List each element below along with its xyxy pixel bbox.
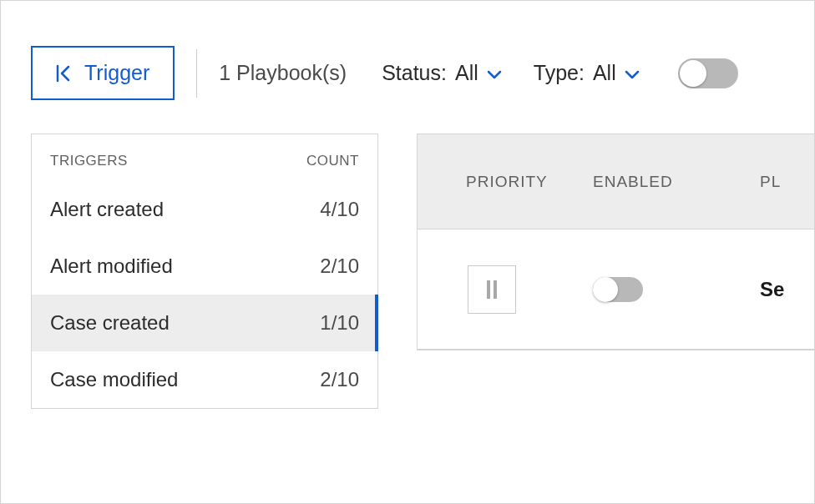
column-header-priority: PRIORITY	[418, 173, 593, 191]
playbook-count: 1 Playbook(s)	[219, 61, 347, 85]
triggers-header-count: COUNT	[306, 153, 359, 169]
type-filter[interactable]: Type: All	[534, 61, 640, 85]
chevron-down-icon	[625, 61, 640, 85]
main-toggle[interactable]	[678, 58, 738, 88]
trigger-row-name: Case created	[50, 311, 170, 335]
status-filter-value: All	[455, 61, 478, 85]
toolbar: Trigger 1 Playbook(s) Status: All Type: …	[1, 1, 814, 100]
trigger-row[interactable]: Case modified 2/10	[32, 351, 377, 408]
trigger-row[interactable]: Alert modified 2/10	[32, 238, 377, 295]
chevron-down-icon	[487, 61, 502, 85]
column-header-enabled: ENABLED	[593, 173, 752, 191]
trigger-row[interactable]: Case created 1/10	[32, 295, 377, 351]
playbook-table: PRIORITY ENABLED PL Se	[417, 134, 814, 350]
status-filter-label: Status:	[382, 61, 447, 85]
type-filter-label: Type:	[534, 61, 585, 85]
triggers-panel-header: TRIGGERS COUNT	[32, 134, 377, 181]
drag-handle-icon[interactable]	[468, 265, 516, 314]
content-area: TRIGGERS COUNT Alert created 4/10 Alert …	[1, 100, 814, 409]
toolbar-divider	[196, 49, 197, 98]
row-enabled-toggle[interactable]	[593, 277, 643, 302]
trigger-row[interactable]: Alert created 4/10	[32, 181, 377, 238]
cell-enabled	[593, 277, 752, 302]
toggle-knob	[680, 60, 706, 87]
svg-rect-1	[494, 280, 497, 299]
trigger-row-name: Case modified	[50, 368, 178, 391]
triggers-header-label: TRIGGERS	[50, 153, 128, 169]
cell-name: Se	[752, 278, 784, 301]
cell-priority	[418, 265, 593, 314]
trigger-button[interactable]: Trigger	[31, 46, 175, 100]
trigger-button-label: Trigger	[84, 61, 149, 85]
type-filter-value: All	[593, 61, 616, 85]
status-filter[interactable]: Status: All	[382, 61, 502, 85]
trigger-row-name: Alert created	[50, 198, 164, 221]
table-row: Se	[418, 229, 814, 350]
collapse-left-icon	[56, 64, 73, 83]
trigger-row-count: 2/10	[320, 255, 359, 278]
toggle-knob	[593, 277, 618, 302]
trigger-row-count: 1/10	[320, 311, 359, 335]
triggers-panel: TRIGGERS COUNT Alert created 4/10 Alert …	[31, 134, 378, 409]
trigger-row-count: 2/10	[320, 368, 359, 391]
table-header: PRIORITY ENABLED PL	[418, 134, 814, 229]
column-header-third: PL	[752, 173, 781, 191]
svg-rect-0	[487, 280, 490, 299]
trigger-row-count: 4/10	[320, 198, 359, 221]
trigger-row-name: Alert modified	[50, 255, 173, 278]
